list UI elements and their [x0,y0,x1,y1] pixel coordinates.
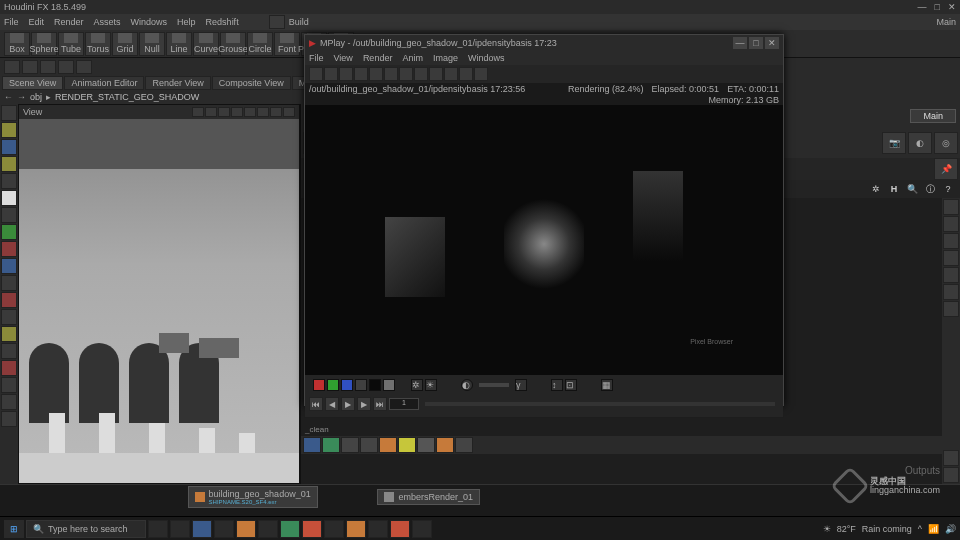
mplay-menu-image[interactable]: Image [433,53,458,63]
nettab-icon[interactable] [360,437,378,453]
tab-scene-view[interactable]: Scene View [2,76,63,90]
taskbar-app-icon[interactable] [324,520,344,538]
shelf-torus[interactable]: Torus [85,32,111,56]
viewport-scene[interactable] [19,119,299,483]
side-icon[interactable] [943,216,959,232]
mplay-tool-icon[interactable] [339,67,353,81]
nettab-icon[interactable] [398,437,416,453]
nettab-icon[interactable] [303,437,321,453]
start-button[interactable]: ⊞ [4,520,24,538]
tool-icon[interactable] [1,343,17,359]
next-frame-icon[interactable]: ▶ [357,397,371,411]
taskbar-app-icon[interactable] [192,520,212,538]
play-icon[interactable]: ▶ [341,397,355,411]
nettab-icon[interactable] [436,437,454,453]
shelf-tube[interactable]: Tube [58,32,84,56]
color-swatch[interactable] [327,379,339,391]
display-icon[interactable]: ☀ [425,379,437,391]
nettab-icon[interactable] [455,437,473,453]
mplay-titlebar[interactable]: ▶ MPlay - /out/building_geo_shadow_01/ip… [305,35,783,51]
mplay-menu-render[interactable]: Render [363,53,393,63]
menu-edit[interactable]: Edit [29,17,45,27]
shelf-sphere[interactable]: Sphere [31,32,57,56]
side-icon[interactable] [943,199,959,215]
tool-select-icon[interactable] [1,105,17,121]
color-swatch[interactable] [369,379,381,391]
mplay-close-icon[interactable]: ✕ [765,37,779,49]
tool-icon[interactable] [1,411,17,427]
side-icon[interactable] [943,284,959,300]
tool-lock-icon[interactable] [1,207,17,223]
color-swatch[interactable] [355,379,367,391]
grid-icon[interactable]: ▦ [601,379,613,391]
mplay-menu-windows[interactable]: Windows [468,53,505,63]
mplay-timeline-slider[interactable] [425,402,775,406]
mplay-tool-icon[interactable] [399,67,413,81]
mplay-tool-icon[interactable] [474,67,488,81]
help-icon[interactable]: ? [940,181,956,197]
taskbar-app-icon[interactable] [390,520,410,538]
tool-icon[interactable] [1,394,17,410]
tab-animation-editor[interactable]: Animation Editor [64,76,144,90]
mplay-render-view[interactable]: Pixel Browser [305,105,783,375]
vp-icon[interactable] [244,107,256,117]
taskbar-app-icon[interactable] [302,520,322,538]
side-icon[interactable] [943,301,959,317]
tool-magnet-icon[interactable] [1,360,17,376]
build-label[interactable]: Build [289,17,309,27]
first-frame-icon[interactable]: ⏮ [309,397,323,411]
back-icon[interactable]: ← [4,92,13,102]
tool-arrow-icon[interactable] [1,190,17,206]
tool-icon[interactable]: ⊡ [565,379,577,391]
menu-assets[interactable]: Assets [94,17,121,27]
shelf-font[interactable]: Font [274,32,300,56]
menu-windows[interactable]: Windows [131,17,168,27]
search-icon[interactable]: 🔍 [904,181,920,197]
nettab-icon[interactable] [322,437,340,453]
prev-frame-icon[interactable]: ◀ [325,397,339,411]
tool-icon[interactable] [4,60,20,74]
taskbar-app-icon[interactable] [170,520,190,538]
shelf-grouse[interactable]: Grouse [220,32,246,56]
nettab-icon[interactable] [341,437,359,453]
menu-render[interactable]: Render [54,17,84,27]
nettab-icon[interactable] [379,437,397,453]
gear-icon[interactable]: ✲ [868,181,884,197]
contrast-icon[interactable]: ◐ [461,379,473,391]
minimize-icon[interactable]: — [918,2,927,12]
rtool-icon[interactable]: ◐ [908,132,932,154]
shelf-line[interactable]: Line [166,32,192,56]
vp-icon[interactable] [283,107,295,117]
taskbar-app-icon[interactable] [412,520,432,538]
mplay-menu-view[interactable]: View [334,53,353,63]
tray-volume-icon[interactable]: 🔊 [945,524,956,534]
tool-camera-icon[interactable] [1,139,17,155]
taskbar-app-icon[interactable] [368,520,388,538]
shelf-null[interactable]: Null [139,32,165,56]
color-swatch[interactable] [383,379,395,391]
main-tab[interactable]: Main [910,109,956,123]
vp-icon[interactable] [231,107,243,117]
tool-icon[interactable] [76,60,92,74]
mplay-tool-icon[interactable] [309,67,323,81]
taskbar-app-icon[interactable] [258,520,278,538]
mplay-menu-file[interactable]: File [309,53,324,63]
mplay-maximize-icon[interactable]: □ [749,37,763,49]
tool-icon[interactable] [1,275,17,291]
mplay-tool-icon[interactable] [354,67,368,81]
mplay-tool-icon[interactable] [384,67,398,81]
mplay-tool-icon[interactable] [444,67,458,81]
vp-icon[interactable] [218,107,230,117]
color-swatch[interactable] [341,379,353,391]
gamma-icon[interactable]: γ [515,379,527,391]
menu-help[interactable]: Help [177,17,196,27]
tray-wifi-icon[interactable]: 📶 [928,524,939,534]
mplay-tool-icon[interactable] [324,67,338,81]
taskbar-search[interactable]: 🔍 Type here to search [26,520,146,538]
maximize-icon[interactable]: □ [935,2,940,12]
vp-icon[interactable] [270,107,282,117]
build-dropdown-icon[interactable] [269,15,285,29]
pin-icon[interactable]: 📌 [934,158,958,180]
tool-icon[interactable] [58,60,74,74]
tool-icon[interactable] [1,377,17,393]
